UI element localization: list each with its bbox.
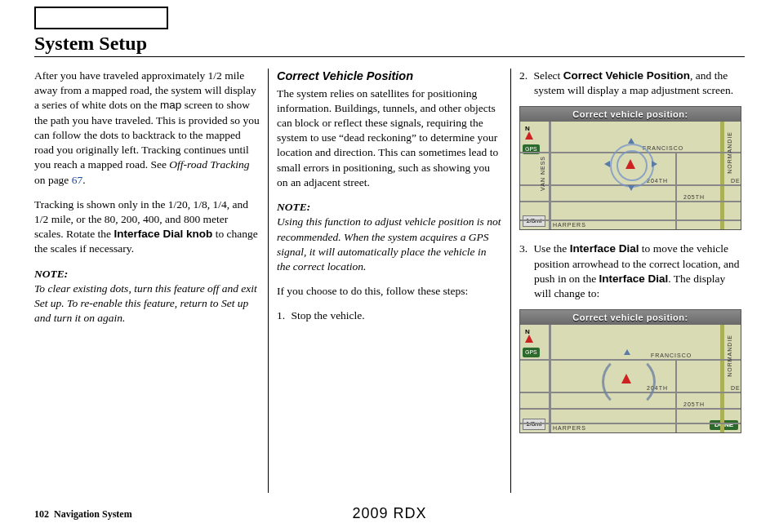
lbl-francisco-2: FRANCISCO [651,352,692,359]
map-screenshot-2: Correct vehicle position: N GPS 1/8mi DO… [519,309,741,433]
road-v1b [549,325,551,432]
vehicle-arrow-icon-2 [621,374,631,383]
road-v2b [720,325,724,432]
footer-model: 2009 RDX [352,505,426,522]
page-title: System Setup [34,33,745,57]
text: . [82,174,85,186]
lbl-205th: 205TH [683,193,705,201]
page-number: 102 [34,508,49,520]
subhead-cvp: Correct Vehicle Position [277,69,502,85]
tick-n [628,138,634,144]
column-2: Correct Vehicle Position The system reli… [268,69,511,493]
map2-header: Correct vehicle position: [520,310,741,325]
road-v3 [675,152,677,229]
text: Use the [533,242,569,255]
lbl-205th-2: 205TH [683,401,705,408]
lbl-de-2: DE [731,384,741,392]
step-2: 2. Select Correct Vehicle Position, and … [519,69,745,98]
top-box [34,7,168,29]
c2-para2: If you choose to do this, follow these s… [277,284,502,299]
map-screenshot-1: Correct vehicle position: N GPS 1/8mi VA… [519,106,741,230]
scale-badge: 1/8mi [523,215,545,227]
columns: After you have traveled approximately 1/… [34,69,745,493]
footer-left: 102 Navigation System [34,508,132,521]
lbl-de: DE [731,177,741,184]
step-1: 1. Stop the vehicle. [277,308,502,323]
lbl-harpers: HARPERS [553,221,586,228]
scale-badge-2: 1/8mi [523,419,545,430]
compass-arrow-icon-2 [525,335,533,343]
road-v2 [720,122,724,229]
c2-para1: The system relies on satellites for posi… [277,86,502,191]
c1-para2: Tracking is shown only in the 1/20, 1/8,… [34,197,260,257]
dial-knob: Interface Dial knob [114,228,212,240]
step1-text: Stop the vehicle. [291,309,364,321]
road-h3 [520,201,741,202]
road-v3b [675,359,677,432]
page: System Setup After you have traveled app… [0,0,779,532]
page-link[interactable]: 67 [72,174,83,186]
offroad-ref: Off-road Tracking [169,158,249,171]
text: Select [533,69,563,82]
dial-2: Interface Dial [599,273,669,285]
column-3: 2. Select Correct Vehicle Position, and … [511,69,745,493]
lbl-vanness: VAN NESS [539,156,546,191]
lbl-normandie-2: NORMANDIE [726,335,733,377]
compass-icon-2: N [523,328,535,346]
note-head: NOTE: [34,267,260,282]
lbl-normandie: NORMANDIE [726,131,733,174]
dial-1: Interface Dial [570,242,639,255]
column-1: After you have traveled approximately 1/… [34,69,268,493]
vehicle-arrow-icon [625,159,635,169]
text: on page [34,174,72,186]
cvp-label: Correct Vehicle Position [563,69,690,82]
note-head-2: NOTE: [277,200,502,215]
c1-para1: After you have traveled approximately 1/… [34,69,260,188]
map1-header: Correct vehicle position: [520,107,741,122]
step-3: 3. Use the Interface Dial to move the ve… [519,242,745,301]
compass-icon: N [523,125,535,143]
tick-w [604,161,610,167]
section-name: Navigation System [54,508,132,520]
map-word: map [160,99,181,111]
compass-arrow-icon [525,131,533,140]
note-body: To clear existing dots, turn this featur… [34,282,260,326]
road-v1 [549,122,551,229]
lbl-harpers-2: HARPERS [553,424,586,432]
lbl-204th: 204TH [647,177,668,184]
tick-e [652,161,657,167]
note-body-2: Using this function to adjust vehicle po… [277,215,502,274]
tick-n2 [624,349,630,355]
tick-s [628,185,634,191]
gps-badge-2: GPS [523,348,540,357]
